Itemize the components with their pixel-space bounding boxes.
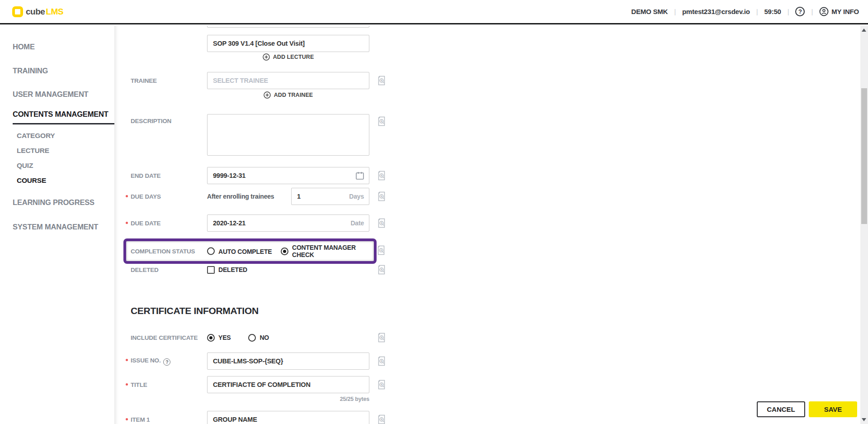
- completion-status-highlight-box: COMPLETION STATUS AUTO COMPLETE CONTENT …: [123, 238, 377, 264]
- radio-auto-complete[interactable]: AUTO COMPLETE: [207, 248, 272, 255]
- sidebar-item-course[interactable]: COURSE: [17, 176, 46, 185]
- add-lecture-wrap: ADD LECTURE: [207, 53, 369, 61]
- svg-text:a: a: [381, 418, 382, 421]
- save-button[interactable]: SAVE: [809, 401, 857, 417]
- radio-yes[interactable]: YES: [207, 334, 231, 342]
- title-byte-counter: 25/25 bytes: [207, 396, 369, 402]
- radio-icon[interactable]: [248, 334, 256, 342]
- scrollbar-thumb[interactable]: [861, 88, 867, 224]
- sidebar-item-quiz[interactable]: QUIZ: [17, 162, 33, 170]
- include-certificate-label: INCLUDE CERTIFICATE: [131, 334, 207, 341]
- help-icon[interactable]: ?: [795, 7, 805, 16]
- sidebar-item-contents-management[interactable]: CONTENTS MANAGEMENT: [13, 110, 108, 119]
- issue-no-label: ISSUE NO.?: [131, 357, 207, 366]
- sidebar-item-category[interactable]: CATEGORY: [17, 132, 55, 140]
- item1-input[interactable]: [207, 411, 369, 424]
- session-timer: 59:50: [764, 8, 781, 15]
- lecture-input[interactable]: [207, 35, 369, 52]
- description-textarea[interactable]: [207, 114, 369, 156]
- svg-text:a: a: [381, 195, 382, 198]
- audit-trail-icon[interactable]: a: [377, 191, 386, 202]
- sidebar-item-lecture[interactable]: LECTURE: [17, 147, 49, 155]
- required-marker: [126, 383, 128, 386]
- title-input[interactable]: [207, 376, 369, 393]
- issue-no-help-icon[interactable]: ?: [163, 358, 170, 366]
- item1-row: ITEM 1 a: [131, 411, 386, 424]
- issue-no-row: ISSUE NO.? a: [131, 353, 386, 370]
- audit-trail-icon[interactable]: a: [377, 332, 386, 343]
- cancel-button[interactable]: CANCEL: [757, 401, 805, 417]
- trainee-label: TRAINEE: [131, 77, 207, 84]
- course-edit-form: ADD LECTURE TRAINEE a ADD TRAINEE DESCRI…: [114, 26, 860, 424]
- radio-content-manager-check[interactable]: CONTENT MANAGER CHECK: [281, 244, 374, 258]
- audit-trail-icon[interactable]: a: [377, 75, 386, 86]
- required-marker: [126, 195, 128, 197]
- end-date-row: END DATE a: [131, 167, 386, 184]
- radio-icon[interactable]: [207, 334, 215, 342]
- separator: |: [788, 8, 789, 15]
- due-days-prefix: After enrolling trainees: [207, 193, 274, 200]
- lecture-input-partial[interactable]: [207, 26, 369, 28]
- due-date-row: DUE DATE Date a: [131, 214, 386, 232]
- lecture-input-partial-wrap: [207, 26, 369, 28]
- vertical-scrollbar[interactable]: [860, 26, 868, 424]
- end-date-input[interactable]: [207, 167, 369, 184]
- add-trainee-button[interactable]: ADD TRAINEE: [264, 91, 313, 99]
- due-days-label: DUE DAYS: [131, 193, 207, 200]
- logo-text-cube: cube: [26, 7, 45, 17]
- add-trainee-wrap: ADD TRAINEE: [207, 91, 369, 99]
- audit-trail-icon[interactable]: a: [377, 356, 386, 367]
- scrollbar-down-arrow-icon[interactable]: [862, 418, 866, 421]
- deleted-label: DELETED: [131, 267, 207, 273]
- sidebar-item-learning-progress[interactable]: LEARNING PROGRESS: [13, 198, 94, 207]
- my-info-button[interactable]: MY INFO: [819, 7, 859, 16]
- radio-icon[interactable]: [207, 248, 215, 255]
- user-email: pmtest231@crsdev.io: [682, 8, 750, 15]
- deleted-row: DELETED DELETED a: [131, 265, 386, 275]
- svg-text:a: a: [381, 79, 382, 82]
- org-name: DEMO SMK: [631, 8, 668, 15]
- sidebar-item-home[interactable]: HOME: [13, 43, 35, 51]
- radio-no[interactable]: NO: [248, 334, 269, 342]
- deleted-checkbox-label: DELETED: [218, 266, 247, 273]
- cube-logo-icon: [12, 6, 23, 17]
- audit-trail-icon[interactable]: a: [377, 414, 386, 424]
- completion-status-label: COMPLETION STATUS: [131, 248, 195, 255]
- audit-trail-icon[interactable]: a: [377, 116, 386, 127]
- required-marker: [126, 418, 128, 420]
- audit-trail-icon[interactable]: a: [377, 218, 386, 229]
- sidebar-item-user-management[interactable]: USER MANAGEMENT: [13, 90, 89, 99]
- trainee-row: TRAINEE a: [131, 72, 386, 89]
- radio-label: AUTO COMPLETE: [218, 248, 272, 255]
- svg-text:a: a: [381, 268, 382, 271]
- logo-text-lms: LMS: [46, 7, 63, 17]
- add-lecture-button[interactable]: ADD LECTURE: [263, 53, 314, 61]
- audit-trail-icon[interactable]: a: [377, 245, 386, 256]
- trainee-input[interactable]: [207, 72, 369, 89]
- svg-text:a: a: [380, 248, 382, 252]
- required-marker: [126, 359, 128, 361]
- scrollbar-up-arrow-icon[interactable]: [862, 29, 866, 32]
- svg-text:a: a: [381, 119, 382, 123]
- audit-trail-icon[interactable]: a: [377, 170, 386, 181]
- svg-text:a: a: [381, 336, 382, 339]
- sidebar-item-system-management[interactable]: SYSTEM MANAGEMENT: [13, 223, 98, 231]
- lecture-row: [131, 35, 369, 52]
- audit-trail-icon[interactable]: a: [377, 379, 386, 390]
- sidebar-item-training[interactable]: TRAINING: [13, 67, 48, 75]
- due-date-input[interactable]: [207, 214, 369, 232]
- issue-no-input[interactable]: [207, 353, 369, 370]
- separator: |: [756, 8, 758, 15]
- radio-icon[interactable]: [281, 248, 288, 255]
- include-certificate-row: INCLUDE CERTIFICATE YES NO a: [131, 333, 386, 343]
- audit-trail-icon[interactable]: a: [377, 264, 386, 275]
- add-lecture-label: ADD LECTURE: [273, 54, 314, 60]
- add-trainee-label: ADD TRAINEE: [274, 92, 313, 98]
- deleted-checkbox[interactable]: [207, 266, 215, 274]
- header-meta: DEMO SMK | pmtest231@crsdev.io | 59:50 |…: [631, 7, 859, 16]
- person-icon: [819, 7, 829, 16]
- app-logo[interactable]: cube LMS: [12, 6, 63, 17]
- item1-label: ITEM 1: [131, 416, 207, 423]
- svg-text:a: a: [381, 221, 382, 224]
- calendar-icon[interactable]: [355, 171, 365, 181]
